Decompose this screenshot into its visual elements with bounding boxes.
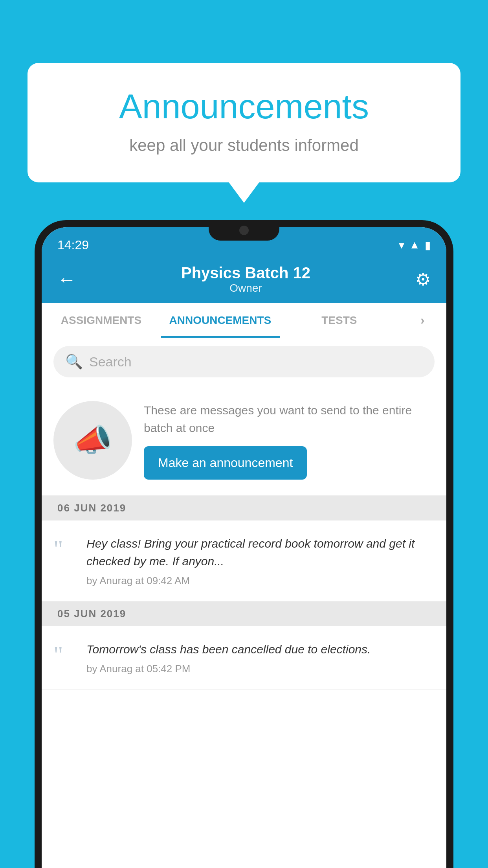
app-bar-title: Physics Batch 12 <box>76 264 415 282</box>
phone-screen: 14:29 ▾ ▲ ▮ ← Physics Batch 12 Owner ⚙ A… <box>42 227 446 868</box>
signal-icon: ▲ <box>409 239 420 251</box>
settings-icon[interactable]: ⚙ <box>415 269 431 289</box>
announcement-item-1: " Hey class! Bring your practical record… <box>42 520 446 601</box>
speech-bubble: Announcements keep all your students inf… <box>28 63 460 182</box>
announcement-text-1: Hey class! Bring your practical record b… <box>86 535 435 570</box>
phone-mockup: 14:29 ▾ ▲ ▮ ← Physics Batch 12 Owner ⚙ A… <box>35 220 453 868</box>
front-camera <box>239 226 249 235</box>
app-bar-title-group: Physics Batch 12 Owner <box>76 264 415 294</box>
app-bar: ← Physics Batch 12 Owner ⚙ <box>42 256 446 303</box>
announcement-prompt: 📣 These are messages you want to send to… <box>42 385 446 496</box>
announcement-icon-circle: 📣 <box>53 401 132 480</box>
announcement-item-2: " Tomorrow's class has been cancelled du… <box>42 626 446 690</box>
quote-icon-1: " <box>53 537 77 561</box>
announcement-desc: These are messages you want to send to t… <box>144 401 435 437</box>
more-tabs-icon: › <box>420 313 425 327</box>
tab-tests[interactable]: TESTS <box>280 303 399 338</box>
search-bar[interactable]: 🔍 Search <box>53 346 435 377</box>
search-placeholder: Search <box>89 354 132 370</box>
battery-icon: ▮ <box>425 239 431 252</box>
bubble-title: Announcements <box>59 86 429 127</box>
back-button[interactable]: ← <box>57 268 76 290</box>
status-time: 14:29 <box>57 238 89 252</box>
search-icon: 🔍 <box>65 353 83 370</box>
date-separator-1: 06 JUN 2019 <box>42 496 446 520</box>
search-container: 🔍 Search <box>42 338 446 385</box>
quote-icon-2: " <box>53 643 77 666</box>
tab-assignments[interactable]: ASSIGNMENTS <box>42 303 161 338</box>
date-separator-2: 05 JUN 2019 <box>42 601 446 626</box>
tabs-bar: ASSIGNMENTS ANNOUNCEMENTS TESTS › <box>42 303 446 338</box>
announcement-right: These are messages you want to send to t… <box>144 401 435 480</box>
announcement-meta-2: by Anurag at 05:42 PM <box>86 663 435 675</box>
announcement-content-2: Tomorrow's class has been cancelled due … <box>86 640 435 675</box>
tab-more[interactable]: › <box>399 303 446 338</box>
speech-bubble-container: Announcements keep all your students inf… <box>28 63 460 182</box>
announcement-content-1: Hey class! Bring your practical record b… <box>86 535 435 587</box>
status-icons: ▾ ▲ ▮ <box>399 239 431 252</box>
make-announcement-button[interactable]: Make an announcement <box>144 446 307 480</box>
wifi-icon: ▾ <box>399 239 404 252</box>
phone-notch <box>209 220 279 241</box>
tab-announcements[interactable]: ANNOUNCEMENTS <box>161 303 280 338</box>
app-bar-subtitle: Owner <box>76 282 415 294</box>
bubble-subtitle: keep all your students informed <box>59 136 429 155</box>
content-area: 🔍 Search 📣 These are messages you want t… <box>42 338 446 690</box>
announcement-meta-1: by Anurag at 09:42 AM <box>86 575 435 587</box>
announcement-text-2: Tomorrow's class has been cancelled due … <box>86 640 435 658</box>
megaphone-icon: 📣 <box>73 422 112 459</box>
